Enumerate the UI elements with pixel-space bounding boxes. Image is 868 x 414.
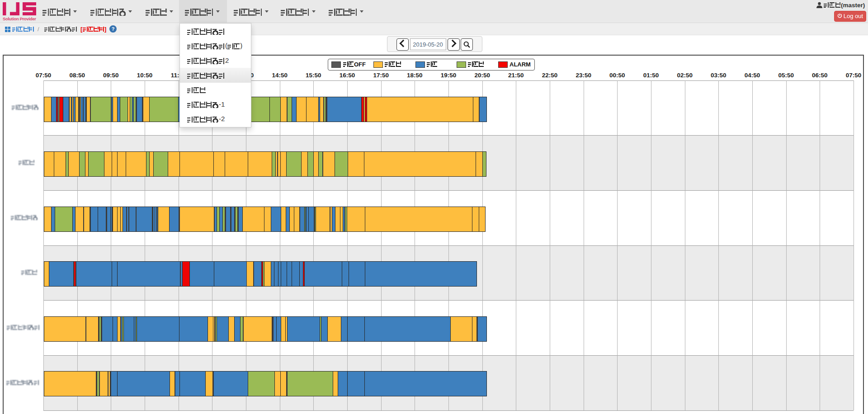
svg-text:Solution Provider: Solution Provider xyxy=(3,16,36,21)
svg-text:?: ? xyxy=(112,26,115,32)
